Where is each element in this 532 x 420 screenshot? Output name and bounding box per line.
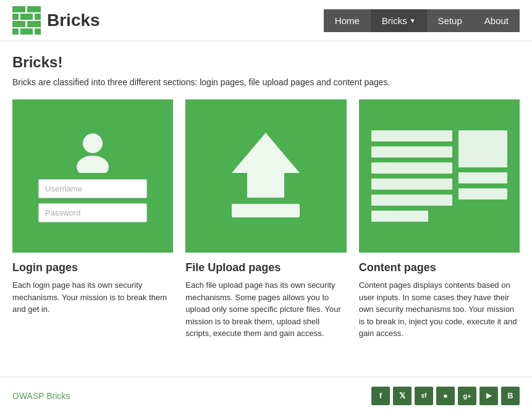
svg-rect-2 — [12, 14, 19, 20]
content-pages-card: Content pages Content pages displays con… — [359, 99, 520, 340]
login-avatar-icon — [71, 130, 114, 173]
login-card-desc: Each login page has its own security mec… — [12, 279, 173, 316]
bricks-logo-icon — [12, 6, 41, 35]
content-line-r3 — [458, 188, 507, 200]
content-line-2 — [371, 146, 452, 158]
svg-rect-5 — [12, 21, 25, 27]
sourceforge-icon[interactable]: sf — [415, 387, 433, 405]
content-line-5 — [371, 195, 452, 206]
bricks-dropdown-arrow: ▼ — [410, 17, 416, 24]
cards-container: Username Password Login pages Each login… — [12, 99, 520, 340]
main-content: Bricks! Bricks are classified into three… — [0, 41, 532, 377]
nav-about[interactable]: About — [473, 9, 520, 32]
youtube-icon[interactable]: ▶ — [479, 387, 498, 405]
nav-bricks[interactable]: Bricks ▼ — [371, 9, 427, 32]
login-card-image: Username Password — [12, 99, 173, 253]
content-lines-left — [371, 130, 452, 222]
login-fields: Username Password — [38, 179, 147, 222]
content-card-title: Content pages — [359, 261, 520, 274]
content-block-right — [458, 130, 507, 167]
svg-rect-9 — [35, 28, 41, 35]
content-illustration — [359, 99, 520, 253]
page-title: Bricks! — [12, 54, 520, 71]
login-pages-card: Username Password Login pages Each login… — [12, 99, 173, 340]
facebook-icon[interactable]: f — [371, 387, 390, 405]
content-lines — [371, 130, 507, 222]
login-illustration: Username Password — [12, 99, 173, 253]
login-card-title: Login pages — [12, 261, 173, 274]
social-icons: f 𝕏 sf ● g+ ▶ B — [371, 387, 520, 405]
content-line-3 — [371, 162, 452, 174]
blogger-icon[interactable]: B — [501, 387, 520, 405]
twitter-icon[interactable]: 𝕏 — [393, 387, 412, 405]
header: Bricks Home Bricks ▼ Setup About — [0, 0, 532, 41]
svg-marker-12 — [232, 133, 300, 198]
content-lines-right — [458, 130, 507, 222]
content-card-image — [359, 99, 520, 253]
content-line-r2 — [458, 172, 507, 183]
upload-icon — [226, 127, 306, 225]
upload-card-image — [185, 99, 346, 253]
nav-setup[interactable]: Setup — [427, 9, 473, 32]
google-plus-icon[interactable]: g+ — [458, 387, 476, 405]
svg-rect-13 — [232, 204, 300, 217]
svg-rect-1 — [27, 6, 41, 12]
svg-point-10 — [83, 133, 103, 153]
username-field-illustration: Username — [38, 179, 147, 198]
upload-card-title: File Upload pages — [185, 261, 346, 274]
file-upload-card: File Upload pages Each file upload page … — [185, 99, 346, 340]
password-field-illustration: Password — [38, 203, 147, 222]
main-nav: Home Bricks ▼ Setup About — [324, 9, 520, 32]
svg-rect-4 — [35, 14, 41, 20]
content-line-6 — [371, 211, 428, 222]
svg-rect-0 — [12, 6, 25, 12]
page-description: Bricks are classified into three differe… — [12, 77, 520, 87]
svg-rect-7 — [12, 28, 19, 35]
upload-illustration — [185, 99, 346, 253]
svg-rect-6 — [27, 21, 41, 27]
footer: OWASP Bricks f 𝕏 sf ● g+ ▶ B — [0, 377, 532, 414]
upload-card-desc: Each file upload page has its own securi… — [185, 279, 346, 340]
svg-point-11 — [77, 156, 109, 173]
nav-home[interactable]: Home — [324, 9, 371, 32]
footer-brand: OWASP Bricks — [12, 391, 70, 401]
svg-rect-8 — [20, 28, 33, 35]
content-line-1 — [371, 130, 452, 141]
rss-icon[interactable]: ● — [436, 387, 455, 405]
logo: Bricks — [12, 6, 100, 35]
content-line-4 — [371, 178, 452, 190]
svg-rect-3 — [20, 14, 33, 20]
logo-text: Bricks — [47, 10, 100, 30]
content-card-desc: Content pages displays contents based on… — [359, 279, 520, 340]
